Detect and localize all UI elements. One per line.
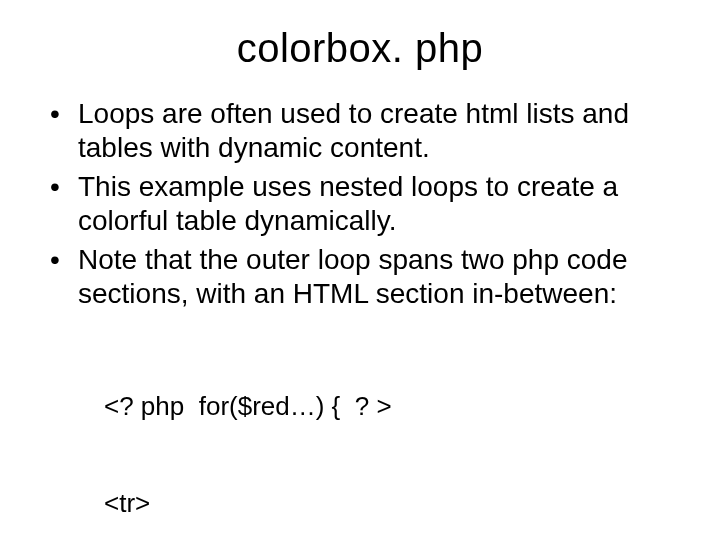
slide: colorbox. php Loops are often used to cr… (0, 0, 720, 540)
code-block: <? php for($red…) { ? > <tr> <? php … } … (104, 325, 680, 540)
list-item: Note that the outer loop spans two php c… (50, 243, 680, 310)
code-line: <tr> (104, 487, 680, 520)
list-item: Loops are often used to create html list… (50, 97, 680, 164)
code-line: <? php for($red…) { ? > (104, 390, 680, 423)
page-title: colorbox. php (40, 26, 680, 71)
list-item: This example uses nested loops to create… (50, 170, 680, 237)
bullet-list: Loops are often used to create html list… (40, 97, 680, 311)
